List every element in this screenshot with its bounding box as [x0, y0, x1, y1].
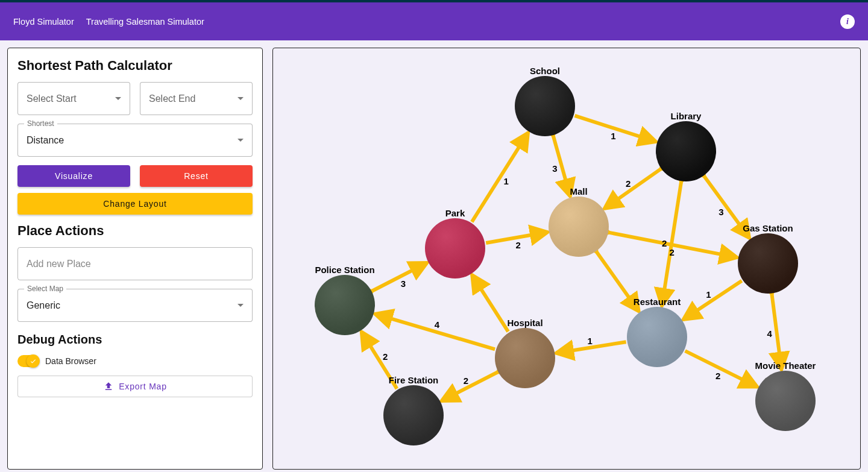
export-map-label: Export Map [119, 382, 167, 391]
graph-node-school[interactable] [515, 76, 575, 136]
graph-node-park[interactable] [425, 218, 485, 278]
graph-node-library[interactable] [656, 121, 716, 181]
svg-line-8 [597, 252, 639, 311]
edge-weight: 2 [464, 375, 468, 385]
nav-tsp-simulator[interactable]: Travelling Salesman Simulator [86, 17, 204, 27]
edge-weight: 3 [719, 207, 723, 217]
edge-weight: 1 [611, 130, 615, 140]
node-label: Fire Station [389, 375, 439, 385]
svg-line-9 [373, 263, 427, 291]
data-browser-label: Data Browser [45, 356, 96, 366]
edge-weight: 1 [503, 176, 508, 186]
select-start-dropdown[interactable]: Select Start [17, 82, 130, 115]
graph-node-fire[interactable] [383, 385, 444, 445]
node-label: Hospital [507, 318, 542, 328]
app-header: Floyd Simulator Travelling Salesman Simu… [0, 2, 868, 40]
check-icon [30, 357, 37, 365]
edge-weight: 2 [715, 370, 720, 380]
change-layout-button[interactable]: Change Layout [17, 193, 253, 215]
info-icon[interactable]: i [840, 14, 855, 29]
chevron-down-icon [237, 139, 244, 142]
graph-node-gas[interactable] [738, 233, 798, 294]
node-label: Police Station [315, 265, 374, 275]
shortest-path-title: Shortest Path Calculator [17, 58, 253, 74]
select-end-dropdown[interactable]: Select End [140, 82, 253, 115]
select-start-value: Select Start [27, 93, 115, 104]
svg-line-13 [685, 351, 758, 387]
chevron-down-icon [237, 97, 244, 100]
shortest-value: Distance [27, 135, 237, 146]
edge-weight: 2 [515, 239, 520, 250]
nav-floyd-simulator[interactable]: Floyd Simulator [13, 17, 74, 27]
svg-line-10 [683, 281, 741, 320]
select-map-label: Select Map [24, 285, 66, 293]
chevron-down-icon [115, 97, 121, 100]
node-label: Library [671, 111, 702, 121]
graph-node-mall[interactable] [549, 197, 609, 257]
edge-weight: 2 [383, 351, 388, 362]
data-browser-toggle[interactable] [17, 355, 39, 367]
graph-node-police[interactable] [315, 275, 375, 335]
debug-actions-title: Debug Actions [17, 333, 253, 347]
edge-weight: 4 [767, 328, 772, 338]
add-place-placeholder: Add new Place [27, 259, 91, 269]
edge-weight: 3 [552, 163, 557, 174]
select-map-dropdown[interactable]: Select Map Generic [17, 289, 253, 322]
select-map-value: Generic [27, 300, 237, 311]
export-map-button[interactable]: Export Map [17, 376, 253, 397]
visualize-button[interactable]: Visualize [17, 165, 130, 187]
svg-line-15 [472, 275, 508, 332]
node-label: Park [445, 208, 465, 218]
graph-node-restaurant[interactable] [627, 307, 687, 367]
svg-line-16 [441, 373, 497, 401]
upload-icon [103, 381, 114, 392]
shortest-metric-dropdown[interactable]: Shortest Distance [17, 124, 253, 157]
graph-canvas[interactable]: 1312322231412422SchoolLibraryMallGas Sta… [272, 48, 861, 470]
chevron-down-icon [237, 304, 244, 307]
place-actions-title: Place Actions [17, 223, 253, 239]
reset-button[interactable]: Reset [140, 165, 253, 187]
select-end-value: Select End [149, 93, 237, 104]
add-place-input[interactable]: Add new Place [17, 247, 253, 280]
control-panel: Shortest Path Calculator Select Start Se… [7, 48, 263, 470]
svg-line-2 [472, 133, 528, 222]
graph-node-hospital[interactable] [495, 328, 555, 388]
node-label: Restaurant [634, 297, 681, 307]
shortest-label: Shortest [24, 119, 57, 128]
edge-weight: 1 [706, 289, 711, 299]
edge-weight: 2 [626, 178, 631, 188]
edge-weight: 3 [401, 278, 406, 288]
edge-weight: 4 [435, 319, 439, 330]
node-label: Gas Station [743, 223, 793, 233]
graph-node-movie[interactable] [755, 371, 816, 431]
edge-weight: 2 [670, 247, 675, 257]
edge-weight: 1 [587, 335, 592, 345]
svg-line-11 [772, 295, 782, 370]
node-label: Mall [570, 186, 587, 197]
node-label: Movie Theater [755, 360, 816, 371]
edge-weight: 2 [662, 238, 667, 248]
svg-line-3 [605, 169, 661, 209]
node-label: School [530, 66, 560, 76]
